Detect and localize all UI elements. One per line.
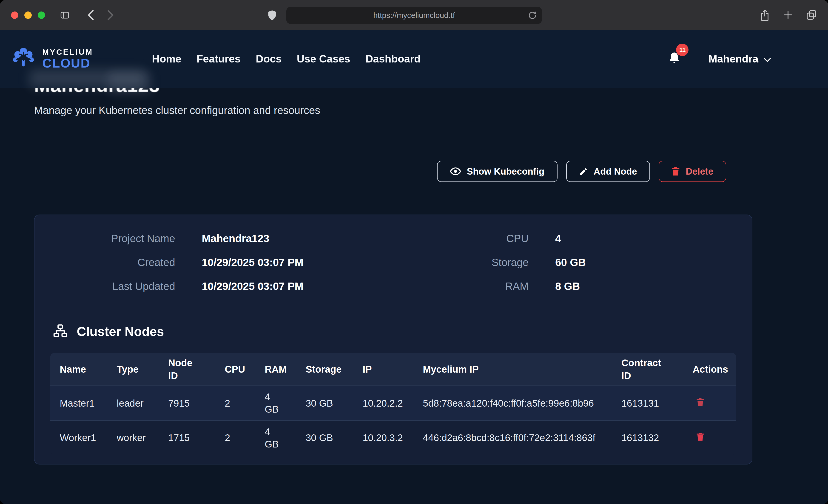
pencil-icon — [579, 167, 588, 176]
tab-overview-icon[interactable] — [806, 9, 817, 21]
new-tab-icon[interactable] — [783, 10, 793, 20]
share-icon[interactable] — [759, 9, 770, 21]
logo-text-top: MYCELIUM — [42, 48, 93, 56]
cell-node-id: 1715 — [159, 420, 215, 455]
cell-cpu: 2 — [215, 420, 255, 455]
storage-label: Storage — [410, 257, 529, 269]
cell-type: worker — [107, 420, 159, 455]
table-row: Master1 leader 7915 2 4 GB 30 GB 10.20.2… — [50, 386, 736, 420]
cell-actions — [683, 420, 736, 455]
refresh-icon[interactable] — [528, 10, 537, 20]
privacy-shield-icon[interactable] — [267, 10, 277, 21]
table-header-row: Name Type Node ID CPU RAM Storage IP Myc… — [50, 353, 736, 386]
cell-storage: 30 GB — [296, 420, 353, 455]
page-content: Mahendra123 Manage your Kubernetes clust… — [0, 88, 828, 504]
cell-actions — [683, 386, 736, 420]
cell-ram: 4 GB — [255, 420, 296, 455]
cell-cpu: 2 — [215, 386, 255, 420]
user-name: Mahendra — [708, 53, 758, 65]
col-mycelium-ip: Mycelium IP — [413, 353, 612, 386]
cell-ram: 4 GB — [255, 386, 296, 420]
sidebar-toggle-icon[interactable] — [59, 10, 71, 20]
address-bar[interactable]: https://myceliumcloud.tf — [286, 7, 542, 24]
cpu-value: 4 — [555, 233, 561, 245]
nav-link-docs[interactable]: Docs — [256, 53, 282, 65]
nav-link-home[interactable]: Home — [152, 53, 181, 65]
cluster-details-card: Project Name Mahendra123 Created 10/29/2… — [34, 215, 752, 465]
col-actions: Actions — [683, 353, 736, 386]
url-text: https://myceliumcloud.tf — [373, 11, 455, 20]
col-ip: IP — [353, 353, 413, 386]
created-label: Created — [60, 257, 175, 269]
last-updated-value: 10/29/2025 03:07 PM — [202, 281, 303, 293]
user-menu[interactable]: Mahendra — [708, 53, 771, 65]
storage-value: 60 GB — [555, 257, 586, 269]
forward-icon[interactable] — [107, 9, 114, 20]
created-value: 10/29/2025 03:07 PM — [202, 257, 303, 269]
project-name-value: Mahendra123 — [202, 233, 270, 245]
blurred-title-overflow — [30, 69, 145, 88]
app-navbar: MYCELIUM CLOUD Home Features Docs Use Ca… — [0, 30, 828, 88]
cell-ip: 10.20.2.2 — [353, 386, 413, 420]
notification-count-badge: 11 — [676, 43, 689, 56]
cpu-label: CPU — [410, 233, 529, 245]
col-storage: Storage — [296, 353, 353, 386]
trash-icon — [671, 167, 680, 176]
zoom-window-button[interactable] — [38, 11, 45, 18]
window-controls — [11, 11, 45, 18]
col-contract-id: Contract ID — [612, 353, 683, 386]
col-type: Type — [107, 353, 159, 386]
cluster-nodes-table: Name Type Node ID CPU RAM Storage IP Myc… — [50, 353, 736, 455]
project-name-label: Project Name — [60, 233, 175, 245]
col-cpu: CPU — [215, 353, 255, 386]
show-kubeconfig-label: Show Kubeconfig — [467, 166, 544, 177]
ram-value: 8 GB — [555, 281, 580, 293]
eye-icon — [450, 167, 461, 176]
delete-cluster-button[interactable]: Delete — [659, 161, 726, 182]
col-name: Name — [50, 353, 107, 386]
delete-node-button[interactable] — [696, 432, 704, 441]
add-node-button[interactable]: Add Node — [566, 161, 650, 182]
cluster-nodes-heading: Cluster Nodes — [77, 325, 164, 339]
cell-type: leader — [107, 386, 159, 420]
browser-chrome: https://myceliumcloud.tf — [0, 0, 828, 30]
network-icon — [53, 324, 68, 340]
cell-ip: 10.20.3.2 — [353, 420, 413, 455]
logo-text-bottom: CLOUD — [42, 56, 93, 70]
delete-label: Delete — [686, 166, 713, 177]
cell-name: Master1 — [50, 386, 107, 420]
mycelium-cloud-logo-icon — [11, 46, 36, 72]
nav-link-features[interactable]: Features — [197, 53, 241, 65]
cell-mycelium-ip: 5d8:78ea:a120:f40c:ff0f:a5fe:99e6:8b96 — [413, 386, 612, 420]
notifications-button[interactable]: 11 — [668, 51, 681, 67]
bell-icon — [668, 58, 681, 67]
nav-link-dashboard[interactable]: Dashboard — [365, 53, 420, 65]
cluster-actions-toolbar: Show Kubeconfig Add Node — [34, 161, 752, 182]
main-nav: Home Features Docs Use Cases Dashboard — [152, 53, 420, 65]
minimize-window-button[interactable] — [24, 11, 32, 18]
chevron-down-icon — [763, 53, 771, 65]
show-kubeconfig-button[interactable]: Show Kubeconfig — [437, 161, 557, 182]
nav-link-use-cases[interactable]: Use Cases — [297, 53, 350, 65]
col-ram: RAM — [255, 353, 296, 386]
cell-name: Worker1 — [50, 420, 107, 455]
logo[interactable]: MYCELIUM CLOUD — [11, 46, 93, 72]
add-node-label: Add Node — [593, 166, 637, 177]
ram-label: RAM — [410, 281, 529, 293]
last-updated-label: Last Updated — [60, 281, 175, 293]
cell-contract-id: 1613131 — [612, 386, 683, 420]
back-icon[interactable] — [87, 9, 94, 20]
cell-contract-id: 1613132 — [612, 420, 683, 455]
cell-storage: 30 GB — [296, 386, 353, 420]
table-row: Worker1 worker 1715 2 4 GB 30 GB 10.20.3… — [50, 420, 736, 455]
cell-node-id: 7915 — [159, 386, 215, 420]
browser-window: https://myceliumcloud.tf — [0, 0, 828, 504]
page-subtitle: Manage your Kubernetes cluster configura… — [34, 104, 828, 117]
col-node-id: Node ID — [159, 353, 215, 386]
cell-mycelium-ip: 446:d2a6:8bcd:8c16:ff0f:72e2:3114:863f — [413, 420, 612, 455]
close-window-button[interactable] — [11, 11, 18, 18]
delete-node-button[interactable] — [696, 397, 704, 406]
